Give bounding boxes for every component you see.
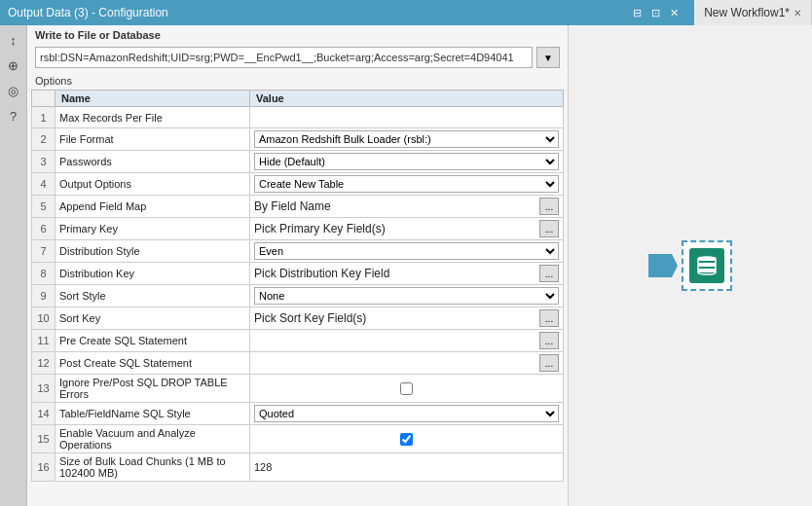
row-number: 4 xyxy=(32,173,55,196)
table-row: 1Max Records Per File xyxy=(32,107,564,128)
text-ellipsis-cell: Pick Primary Key Field(s)... xyxy=(254,220,559,237)
table-row: 6Primary KeyPick Primary Key Field(s)... xyxy=(32,218,564,240)
inline-select-7[interactable]: Even xyxy=(254,242,559,260)
checkbox-13[interactable] xyxy=(400,382,413,395)
table-row: 4Output OptionsCreate New Table xyxy=(32,173,564,196)
row-value[interactable]: Pick Primary Key Field(s)... xyxy=(250,218,564,240)
col-header-name: Name xyxy=(55,90,250,107)
row-value[interactable]: Even xyxy=(250,240,564,263)
row-value[interactable]: ... xyxy=(250,330,564,352)
field-text: By Field Name xyxy=(254,199,537,213)
inline-select-3[interactable]: Hide (Default) xyxy=(254,153,559,170)
select-cell: Quoted xyxy=(254,405,559,422)
table-row: 11Pre Create SQL Statement... xyxy=(32,330,564,352)
field-text: Pick Primary Key Field(s) xyxy=(254,222,537,235)
ellipsis-button-11[interactable]: ... xyxy=(539,332,559,349)
svg-rect-1 xyxy=(698,263,716,267)
row-number: 11 xyxy=(32,330,55,352)
select-cell: None xyxy=(254,287,559,305)
table-row: 10Sort KeyPick Sort Key Field(s)... xyxy=(32,307,564,330)
panel-controls: ⊟ ⊡ ✕ xyxy=(625,6,686,20)
select-cell: Even xyxy=(254,242,559,260)
inline-select-2[interactable]: Amazon Redshift Bulk Loader (rsbl:) xyxy=(254,130,559,148)
row-value[interactable]: Amazon Redshift Bulk Loader (rsbl:) xyxy=(250,128,564,151)
row-number: 5 xyxy=(32,196,55,218)
field-text: Pick Sort Key Field(s) xyxy=(254,311,537,325)
svg-rect-2 xyxy=(698,269,716,272)
ellipsis-button-10[interactable]: ... xyxy=(539,309,559,327)
table-row: 12Post Create SQL Statement... xyxy=(32,352,564,375)
workflow-tab[interactable]: New Workflow1* ✕ xyxy=(694,0,812,25)
table-row: 9Sort StyleNone xyxy=(32,285,564,307)
row-value[interactable]: Pick Sort Key Field(s)... xyxy=(250,307,564,330)
checkbox-cell xyxy=(254,433,559,446)
ellipsis-button-8[interactable]: ... xyxy=(539,265,559,282)
text-ellipsis-cell: Pick Sort Key Field(s)... xyxy=(254,309,559,327)
select-cell: Create New Table xyxy=(254,175,559,193)
table-row: 8Distribution KeyPick Distribution Key F… xyxy=(32,263,564,285)
col-header-num xyxy=(32,90,55,107)
close-panel-button[interactable]: ✕ xyxy=(666,6,683,20)
pin-button[interactable]: ⊟ xyxy=(629,6,646,20)
sidebar-icon-add[interactable]: ⊕ xyxy=(3,54,24,76)
checkbox-15[interactable] xyxy=(400,433,413,446)
inline-select-14[interactable]: Quoted xyxy=(254,405,559,422)
workflow-panel xyxy=(569,25,812,506)
tab-close-icon[interactable]: ✕ xyxy=(794,8,801,18)
ellipsis-button-5[interactable]: ... xyxy=(539,198,559,215)
connection-row: ▼ xyxy=(27,45,568,72)
row-value: 128 xyxy=(250,453,564,482)
row-name: Enable Vacuum and Analyze Operations xyxy=(55,425,250,453)
col-header-value: Value xyxy=(250,90,564,107)
inline-select-4[interactable]: Create New Table xyxy=(254,175,559,193)
row-number: 2 xyxy=(32,128,55,151)
row-number: 16 xyxy=(32,453,55,482)
row-value[interactable]: Create New Table xyxy=(250,173,564,196)
row-value[interactable] xyxy=(250,375,564,403)
workflow-canvas xyxy=(569,25,812,506)
ellipsis-only-cell: ... xyxy=(254,354,559,372)
table-row: 3PasswordsHide (Default) xyxy=(32,151,564,173)
row-number: 10 xyxy=(32,307,55,330)
row-name: File Format xyxy=(55,128,250,151)
main-container: ↕ ⊕ ◎ ? Write to File or Database ▼ Opti… xyxy=(0,25,812,506)
row-value[interactable]: Hide (Default) xyxy=(250,151,564,173)
ellipsis-button-12[interactable]: ... xyxy=(539,354,559,372)
options-table: Name Value 1Max Records Per File2File Fo… xyxy=(31,90,564,506)
float-button[interactable]: ⊡ xyxy=(647,6,664,20)
row-value[interactable]: Quoted xyxy=(250,403,564,425)
panel-title: Output Data (3) - Configuration ⊟ ⊡ ✕ xyxy=(0,0,694,25)
sidebar-icon-help[interactable]: ? xyxy=(3,105,24,126)
section-label: Write to File or Database xyxy=(27,25,568,45)
row-name: Max Records Per File xyxy=(55,107,250,128)
row-name: Size of Bulk Load Chunks (1 MB to 102400… xyxy=(55,453,250,482)
row-value[interactable] xyxy=(250,425,564,453)
row-number: 15 xyxy=(32,425,55,453)
select-cell: Hide (Default) xyxy=(254,153,559,170)
text-ellipsis-cell: By Field Name... xyxy=(254,198,559,215)
config-panel: Write to File or Database ▼ Options Name… xyxy=(27,25,569,506)
row-name: Table/FieldName SQL Style xyxy=(55,403,250,425)
row-number: 6 xyxy=(32,218,55,240)
connection-string-input[interactable] xyxy=(35,47,533,68)
row-value[interactable]: ... xyxy=(250,352,564,375)
sidebar-icon-target[interactable]: ◎ xyxy=(3,80,24,101)
row-name: Sort Style xyxy=(55,285,250,307)
table-row: 13Ignore Pre/Post SQL DROP TABLE Errors xyxy=(32,375,564,403)
connection-dropdown-button[interactable]: ▼ xyxy=(536,47,560,68)
row-value[interactable]: Pick Distribution Key Field... xyxy=(250,263,564,285)
row-name: Output Options xyxy=(55,173,250,196)
ellipsis-button-6[interactable]: ... xyxy=(539,220,559,237)
row-name: Passwords xyxy=(55,151,250,173)
row-name: Append Field Map xyxy=(55,196,250,218)
row-number: 13 xyxy=(32,375,55,403)
field-text: Pick Distribution Key Field xyxy=(254,267,537,280)
row-name: Sort Key xyxy=(55,307,250,330)
row-value[interactable]: None xyxy=(250,285,564,307)
row-value[interactable]: By Field Name... xyxy=(250,196,564,218)
node-icon-box[interactable] xyxy=(682,240,732,291)
inline-select-9[interactable]: None xyxy=(254,287,559,305)
sidebar-icon-move[interactable]: ↕ xyxy=(3,29,24,51)
row-name: Primary Key xyxy=(55,218,250,240)
row-name: Ignore Pre/Post SQL DROP TABLE Errors xyxy=(55,375,250,403)
